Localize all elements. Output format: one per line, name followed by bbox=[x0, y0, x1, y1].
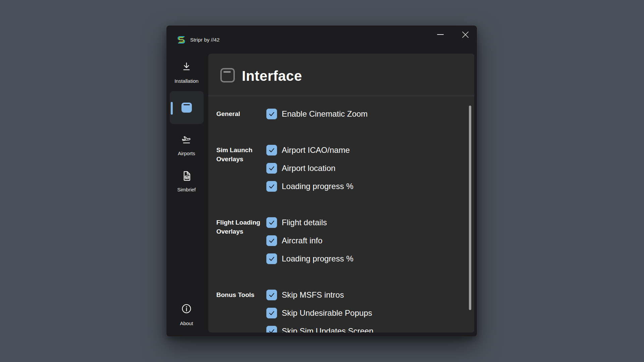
option-label: Enable Cinematic Zoom bbox=[282, 109, 368, 119]
option-row: Skip Undesirable Popups bbox=[266, 304, 373, 322]
checkbox-enable-cinematic-zoom[interactable] bbox=[266, 109, 277, 119]
close-icon bbox=[462, 31, 469, 38]
checkmark-icon bbox=[268, 291, 275, 299]
checkmark-icon bbox=[268, 110, 275, 118]
section-general: General Enable Cinematic Zoom bbox=[208, 105, 474, 123]
checkmark-icon bbox=[268, 309, 275, 317]
active-indicator bbox=[171, 102, 173, 115]
option-label: Airport location bbox=[282, 164, 335, 173]
sidebar: Installation Airports Simbrief bbox=[166, 47, 208, 337]
section-flight-loading-overlays: Flight Loading Overlays Flight details bbox=[208, 214, 474, 268]
sidebar-item-interface[interactable] bbox=[170, 91, 204, 124]
option-row: Airport ICAO/name bbox=[266, 141, 353, 159]
checkbox-skip-msfs-intros[interactable] bbox=[266, 290, 277, 300]
section-bonus-tools: Bonus Tools Skip MSFS intros bbox=[208, 286, 474, 333]
checkbox-skip-sim-updates-screen[interactable] bbox=[266, 326, 277, 333]
option-row: Skip MSFS intros bbox=[266, 286, 373, 304]
sidebar-item-label: Installation bbox=[174, 78, 199, 84]
option-label: Airport ICAO/name bbox=[282, 145, 350, 155]
sidebar-item-label: Airports bbox=[178, 150, 195, 156]
checkbox-skip-undesirable-popups[interactable] bbox=[266, 308, 277, 318]
sidebar-item-label: About bbox=[180, 320, 193, 326]
checkbox-flight-details[interactable] bbox=[266, 217, 277, 228]
sidebar-item-airports[interactable]: Airports bbox=[169, 132, 204, 156]
app-logo-icon bbox=[177, 35, 186, 45]
checkbox-airport-icao-name[interactable] bbox=[266, 145, 277, 156]
scrollbar-thumb[interactable] bbox=[469, 106, 471, 310]
option-label: Skip Undesirable Popups bbox=[282, 308, 372, 318]
app-window: Stripr by //42 Installation Air bbox=[166, 25, 477, 337]
sidebar-item-label: Simbrief bbox=[177, 187, 196, 192]
settings-content: General Enable Cinematic Zoom Sim Launch… bbox=[208, 96, 474, 333]
section-label: General bbox=[208, 105, 266, 123]
download-icon bbox=[181, 62, 192, 72]
checkbox-loading-progress-sim[interactable] bbox=[266, 181, 277, 192]
checkmark-icon bbox=[268, 219, 275, 226]
window-icon bbox=[181, 103, 192, 113]
option-label: Aircraft info bbox=[282, 236, 322, 245]
option-row: Airport location bbox=[266, 159, 353, 177]
sidebar-item-simbrief[interactable]: Simbrief bbox=[169, 168, 204, 192]
sidebar-item-installation[interactable]: Installation bbox=[169, 59, 204, 84]
checkmark-icon bbox=[268, 327, 275, 333]
option-row: Loading progress % bbox=[266, 250, 353, 268]
option-row: Skip Sim Updates Screen bbox=[266, 322, 373, 333]
sidebar-item-about[interactable]: About bbox=[169, 300, 204, 326]
checkbox-loading-progress-flight[interactable] bbox=[266, 253, 277, 264]
option-label: Flight details bbox=[282, 218, 327, 227]
document-icon bbox=[181, 170, 192, 182]
option-label: Loading progress % bbox=[282, 254, 353, 263]
checkmark-icon bbox=[268, 183, 275, 190]
settings-panel: Interface General Enable Cinematic Zoom bbox=[208, 54, 474, 333]
panel-header: Interface bbox=[208, 54, 474, 96]
checkmark-icon bbox=[268, 165, 275, 172]
checkbox-aircraft-info[interactable] bbox=[266, 235, 277, 246]
page-title: Interface bbox=[242, 68, 302, 84]
window-title: Stripr by //42 bbox=[190, 37, 220, 43]
section-label: Bonus Tools bbox=[208, 286, 266, 333]
option-label: Loading progress % bbox=[282, 182, 353, 191]
option-row: Enable Cinematic Zoom bbox=[266, 105, 368, 123]
checkmark-icon bbox=[268, 255, 275, 262]
section-sim-launch-overlays: Sim Launch Overlays Airport ICAO/name bbox=[208, 141, 474, 195]
minimize-icon bbox=[437, 34, 444, 35]
option-row: Aircraft info bbox=[266, 232, 353, 250]
option-row: Loading progress % bbox=[266, 177, 353, 195]
info-icon bbox=[181, 303, 192, 314]
close-button[interactable] bbox=[458, 28, 473, 41]
option-label: Skip Sim Updates Screen bbox=[282, 326, 373, 333]
minimize-button[interactable] bbox=[433, 28, 448, 41]
checkbox-airport-location[interactable] bbox=[266, 163, 277, 174]
section-label: Flight Loading Overlays bbox=[208, 214, 266, 268]
option-row: Flight details bbox=[266, 214, 353, 232]
checkmark-icon bbox=[268, 237, 275, 244]
option-label: Skip MSFS intros bbox=[282, 290, 344, 300]
section-label: Sim Launch Overlays bbox=[208, 141, 266, 195]
plane-takeoff-icon bbox=[181, 134, 192, 144]
checkmark-icon bbox=[268, 146, 275, 154]
interface-icon bbox=[220, 68, 235, 82]
